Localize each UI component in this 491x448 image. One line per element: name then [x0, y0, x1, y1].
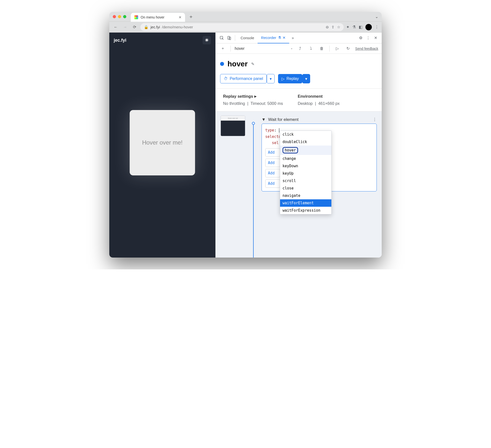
- labs-icon[interactable]: ⚗: [352, 25, 356, 29]
- recorder-toolbar: ＋ hover ⌄ ⤴ ⤵ 🗑 ▷ ↻ Send feedback: [216, 43, 382, 54]
- export-icon[interactable]: ⤴: [296, 45, 304, 52]
- action-buttons: ⏱ Performance panel ▾ ▷ Replay ▾: [216, 74, 382, 88]
- back-button[interactable]: ←: [112, 24, 119, 31]
- step-icon[interactable]: ▷: [334, 45, 341, 52]
- toolbar: ← → ⟳ 🔒 jec.fyi/demo/menu-hover ⊖ ⇪ ☆ ✦ …: [109, 22, 382, 33]
- recording-header: hover ✎: [216, 54, 382, 74]
- add-button[interactable]: Add: [265, 169, 280, 177]
- type-option-doubleClick[interactable]: doubleClick: [280, 138, 331, 146]
- timeline-dot-icon: [252, 122, 255, 125]
- add-recording-icon[interactable]: ＋: [219, 45, 227, 52]
- type-option-close[interactable]: close: [280, 185, 331, 192]
- side-panel-icon[interactable]: ◧: [359, 25, 362, 29]
- performance-panel-dropdown[interactable]: ▾: [267, 74, 275, 83]
- recording-title: hover: [227, 60, 248, 68]
- favicon-icon: [134, 15, 138, 19]
- inspect-icon[interactable]: [218, 34, 226, 42]
- close-window-icon[interactable]: [113, 15, 116, 18]
- url-actions: ⊖ ⇪ ☆: [326, 25, 340, 29]
- theme-toggle-button[interactable]: ☀: [203, 36, 211, 44]
- hover-card[interactable]: Hover over me!: [130, 110, 195, 175]
- tab-console[interactable]: Console: [237, 33, 258, 43]
- kebab-menu-icon[interactable]: ⋮: [364, 34, 372, 42]
- step-thumbnail[interactable]: Hover over me!: [221, 115, 245, 136]
- window-controls: [113, 15, 126, 18]
- new-tab-button[interactable]: ＋: [185, 13, 197, 20]
- throttling-value: No throttling: [223, 101, 245, 106]
- step-title: Wait for element: [268, 117, 299, 122]
- devtools-tabbar: Console Recorder ⚗ ✕ » ⚙ ⋮ ✕: [216, 33, 382, 43]
- tab-recorder[interactable]: Recorder ⚗ ✕: [258, 33, 289, 43]
- environment-label: Environment: [298, 94, 340, 99]
- step-editor[interactable]: type: selectors sel Add Add Add Add clic…: [262, 124, 377, 191]
- type-option-waitForExpression[interactable]: waitForExpression: [280, 207, 331, 214]
- step-menu-icon[interactable]: ⋮: [373, 117, 377, 122]
- flask-icon: ⚗: [278, 36, 281, 40]
- address-bar[interactable]: 🔒 jec.fyi/demo/menu-hover ⊖ ⇪ ☆: [140, 23, 344, 31]
- site-title: jec.fyi: [114, 38, 126, 43]
- url-path: /demo/menu-hover: [162, 25, 193, 29]
- type-option-hover[interactable]: hover: [280, 146, 331, 155]
- close-tab-icon[interactable]: ✕: [179, 15, 182, 19]
- bookmark-icon[interactable]: ☆: [337, 25, 340, 29]
- recording-status-icon: [220, 62, 224, 66]
- type-option-navigate[interactable]: navigate: [280, 192, 331, 199]
- replay-settings-label[interactable]: Replay settings: [223, 94, 253, 98]
- device-value: Desktop: [298, 101, 313, 106]
- send-feedback-link[interactable]: Send feedback: [355, 47, 378, 51]
- close-tab-recorder-icon[interactable]: ✕: [283, 36, 286, 40]
- thumbnail-caption: Hover over me!: [221, 116, 245, 121]
- add-button[interactable]: Add: [265, 148, 280, 157]
- device-toggle-icon[interactable]: [226, 34, 233, 42]
- add-button[interactable]: Add: [265, 179, 280, 188]
- tab-list-dropdown-icon[interactable]: ⌄: [375, 14, 378, 19]
- type-option-click[interactable]: click: [280, 131, 331, 138]
- devtools-panel: Console Recorder ⚗ ✕ » ⚙ ⋮ ✕ ＋ hover ⌄ ⤴…: [215, 33, 382, 258]
- replay-button[interactable]: ▷ Replay: [278, 74, 302, 83]
- lock-icon: 🔒: [144, 25, 149, 29]
- viewport-value: 461×660 px: [318, 101, 340, 106]
- webpage: jec.fyi ☀ Hover over me!: [109, 33, 215, 258]
- edit-name-icon[interactable]: ✎: [251, 62, 254, 66]
- tab-title: On menu hover: [141, 15, 165, 19]
- url-host: jec.fyi: [151, 25, 160, 29]
- type-option-scroll[interactable]: scroll: [280, 177, 331, 185]
- import-icon[interactable]: ⤵: [307, 45, 315, 52]
- share-icon[interactable]: ⇪: [331, 25, 335, 29]
- menu-icon[interactable]: ⋮: [375, 25, 379, 29]
- settings-row: Replay settings ▸ No throttling | Timeou…: [216, 89, 382, 111]
- settings-gear-icon[interactable]: ⚙: [357, 34, 364, 42]
- close-devtools-icon[interactable]: ✕: [372, 34, 379, 42]
- recording-select[interactable]: hover ⌄: [235, 46, 293, 51]
- performance-panel-button[interactable]: ⏱ Performance panel: [220, 74, 267, 83]
- forward-button: →: [122, 24, 129, 31]
- profile-avatar[interactable]: [365, 24, 372, 30]
- type-option-keyDown[interactable]: keyDown: [280, 162, 331, 170]
- type-dropdown[interactable]: clickdoubleClickhoverchangekeyDownkeyUps…: [280, 131, 332, 214]
- zoom-out-icon[interactable]: ⊖: [326, 25, 329, 29]
- type-option-waitForElement[interactable]: waitForElement: [280, 199, 331, 207]
- type-option-keyUp[interactable]: keyUp: [280, 170, 331, 177]
- hover-card-text: Hover over me!: [142, 139, 183, 146]
- minimize-window-icon[interactable]: [118, 15, 121, 18]
- browser-window: On menu hover ✕ ＋ ⌄ ← → ⟳ 🔒 jec.fyi/demo…: [109, 12, 382, 258]
- maximize-window-icon[interactable]: [123, 15, 126, 18]
- add-button[interactable]: Add: [265, 159, 280, 167]
- reload-button[interactable]: ⟳: [131, 24, 138, 31]
- more-tabs-icon[interactable]: »: [289, 34, 297, 42]
- type-option-change[interactable]: change: [280, 155, 331, 162]
- extension-icons: ✦ ⚗ ◧ ⋮: [346, 24, 379, 30]
- replay-dropdown[interactable]: ▾: [302, 74, 310, 83]
- timeout-value: Timeout: 5000 ms: [250, 101, 283, 106]
- extensions-icon[interactable]: ✦: [346, 25, 349, 29]
- steps-area: Hover over me! ▼ Wait for element ⋮ type…: [216, 112, 382, 258]
- collapse-icon[interactable]: ▼: [262, 117, 266, 122]
- slow-replay-icon[interactable]: ↻: [344, 45, 352, 52]
- titlebar: On menu hover ✕ ＋ ⌄: [109, 12, 382, 22]
- delete-icon[interactable]: 🗑: [318, 45, 325, 52]
- browser-tab[interactable]: On menu hover ✕: [131, 13, 185, 22]
